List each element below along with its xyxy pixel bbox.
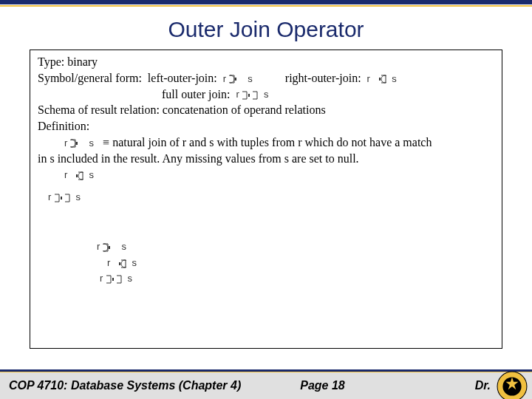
svg-rect-3 [76,142,78,145]
right-join-icon [113,259,126,268]
sym-r: r [100,273,103,284]
sym-r: r [236,89,239,100]
sym-s: s [122,241,127,252]
sym-r: r [48,191,51,202]
sym-s: s [248,73,253,84]
full-label: full outer join: [162,88,230,100]
svg-rect-4 [76,174,78,177]
full-join-icon [106,275,122,284]
slide-title: Outer Join Operator [0,7,532,50]
schema-row: Schema of result relation: concatenation… [38,103,494,118]
right-join-symbol-2: r s [64,169,94,182]
sym-s: s [132,257,137,268]
right-outer-join-symbol: r s [367,73,397,86]
type-value: binary [67,55,98,68]
definition-row-1: r s ≡ natural join of r and s with tuple… [38,135,494,151]
footer-body: COP 4710: Database Systems (Chapter 4) P… [0,369,532,399]
definition-label: Definition: [38,119,494,134]
sym-s: s [392,73,397,84]
left-join-icon [229,75,242,83]
footer-accent-bar [0,372,532,372]
form-row: Symbol/general form: left-outer-join: r … [38,71,494,86]
footer: COP 4710: Database Systems (Chapter 4) P… [0,369,532,399]
svg-rect-6 [109,246,110,249]
full-join-symbol-2: r s [48,191,81,204]
svg-rect-8 [112,278,114,281]
footer-course: COP 4710: Database Systems (Chapter 4) [0,379,241,392]
right-join-icon [70,171,83,180]
def-text-1: natural join of r and s with tuples from… [112,136,432,149]
float-left-join: r s [97,239,494,254]
floating-symbols: r s r s r s [38,239,494,286]
form-label: Symbol/general form: [38,72,142,84]
sym-s: s [89,169,95,180]
sym-r: r [223,73,226,84]
ucf-logo-icon [497,371,528,399]
float-full-join: r s [97,271,494,286]
left-join-icon [103,243,116,252]
sym-r: r [97,241,100,252]
sym-r: r [64,169,67,180]
sym-s: s [264,89,269,100]
sym-r: r [367,73,370,84]
svg-rect-1 [379,78,381,81]
sym-r: r [107,257,110,268]
left-join-icon [70,139,83,148]
content-box: Type: binary Symbol/general form: left-o… [30,50,502,349]
definition-row-2: in s included in the result. Any missing… [38,151,494,167]
top-bar [0,0,532,4]
full-join-icon [54,194,70,202]
float-right-join: r s [97,256,494,270]
right-join-icon [373,75,386,83]
sym-s: s [128,273,133,284]
full-join-icon [242,91,258,100]
type-label: Type: [38,55,64,68]
svg-rect-5 [61,197,62,200]
left-outer-join-symbol: r s [223,73,253,86]
extra-row-1: r s [38,168,494,183]
left-label: left-outer-join: [148,72,217,84]
footer-page: Page 18 [241,379,344,392]
sym-s: s [89,137,95,149]
sym-s: s [76,191,81,202]
extra-row-2: r s [38,189,494,205]
full-row: full outer join: r s [38,87,494,103]
right-label: right-outer-join: [285,72,361,84]
svg-rect-2 [248,94,250,97]
def-left-join-symbol: r s [64,137,94,150]
type-row: Type: binary [38,55,494,70]
equiv: ≡ [103,136,109,149]
svg-rect-0 [235,78,236,81]
full-outer-join-symbol: r s [236,89,268,101]
sym-r: r [64,137,67,149]
svg-rect-7 [119,262,120,265]
